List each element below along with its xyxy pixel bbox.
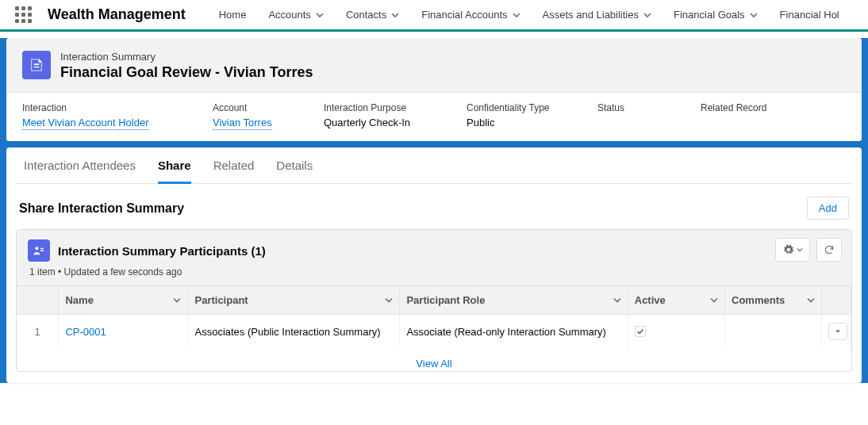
- tabs-card: Interaction Attendees Share Related Deta…: [6, 147, 862, 383]
- nav-item-financial-hol[interactable]: Financial Hol: [769, 0, 851, 31]
- global-nav: Wealth Management Home Accounts Contacts…: [0, 0, 868, 32]
- check-icon: [636, 327, 644, 335]
- refresh-icon: [824, 244, 835, 255]
- column-header-role[interactable]: Participant Role: [400, 286, 628, 315]
- column-header-number: [17, 286, 59, 315]
- active-checkbox[interactable]: [635, 326, 646, 337]
- participants-subtitle: 1 item • Updated a few seconds ago: [29, 266, 840, 278]
- share-section-title: Share Interaction Summary: [19, 201, 184, 216]
- nav-items: Home Accounts Contacts Financial Account…: [208, 0, 851, 31]
- gear-icon: [783, 244, 794, 255]
- interaction-link[interactable]: Meet Vivian Account Holder: [22, 117, 148, 130]
- field-label-related-record: Related Record: [701, 102, 796, 113]
- participants-table: Name Participant Participant Role A: [17, 286, 851, 348]
- field-label-account: Account: [213, 102, 308, 113]
- field-value-confidentiality: Public: [467, 117, 582, 128]
- nav-item-financial-goals[interactable]: Financial Goals: [663, 0, 769, 31]
- participants-title[interactable]: Interaction Summary Participants (1): [58, 244, 266, 258]
- chevron-down-icon: [643, 11, 651, 19]
- svg-point-0: [35, 247, 38, 250]
- chevron-down-icon: [750, 11, 758, 19]
- app-name: Wealth Management: [48, 6, 186, 23]
- list-settings-button[interactable]: [775, 238, 810, 262]
- tab-related[interactable]: Related: [213, 159, 255, 183]
- highlights-panel: Interaction Meet Vivian Account Holder A…: [6, 92, 862, 141]
- field-label-interaction: Interaction: [22, 102, 197, 113]
- interaction-summary-entity-icon: [22, 51, 51, 79]
- field-value-purpose: Quarterly Check-In: [324, 117, 451, 128]
- app-launcher-button[interactable]: [6, 6, 40, 23]
- chevron-down-icon: [613, 296, 621, 304]
- view-all-link[interactable]: View All: [416, 358, 451, 369]
- chevron-down-icon: [385, 296, 393, 304]
- column-header-comments[interactable]: Comments: [725, 286, 822, 315]
- tabset: Interaction Attendees Share Related Deta…: [16, 147, 852, 184]
- table-row: 1 CP-0001 Associates (Public Interaction…: [17, 315, 851, 349]
- record-header-card: Interaction Summary Financial Goal Revie…: [6, 38, 862, 141]
- nav-item-assets-liabilities[interactable]: Assets and Liabilities: [532, 0, 663, 31]
- account-link[interactable]: Vivian Torres: [213, 117, 272, 130]
- add-button[interactable]: Add: [807, 197, 849, 220]
- participants-card: Interaction Summary Participants (1) 1 i…: [16, 229, 852, 372]
- nav-item-home[interactable]: Home: [208, 0, 258, 31]
- cell-participant: Associates (Public Interaction Summary): [188, 315, 400, 349]
- field-label-purpose: Interaction Purpose: [324, 102, 451, 113]
- column-header-active[interactable]: Active: [628, 286, 724, 315]
- column-header-actions: [822, 286, 851, 315]
- chevron-down-icon: [797, 247, 803, 253]
- nav-item-accounts[interactable]: Accounts: [257, 0, 334, 31]
- chevron-down-icon: [391, 11, 399, 19]
- cell-role: Associate (Read-only Interaction Summary…: [400, 315, 628, 349]
- participant-name-link[interactable]: CP-0001: [65, 326, 106, 338]
- row-number: 1: [17, 315, 59, 349]
- participants-entity-icon: [28, 239, 50, 262]
- refresh-button[interactable]: [816, 238, 842, 262]
- chevron-down-icon: [807, 296, 815, 304]
- cell-comments: [725, 315, 822, 349]
- nav-item-financial-accounts[interactable]: Financial Accounts: [410, 0, 531, 31]
- row-actions-button[interactable]: [828, 323, 847, 340]
- caret-down-icon: [835, 328, 841, 335]
- page-background: Interaction Summary Financial Goal Revie…: [0, 38, 868, 383]
- chevron-down-icon: [316, 11, 324, 19]
- cell-active: [628, 315, 724, 349]
- record-title: Financial Goal Review - Vivian Torres: [60, 64, 313, 81]
- field-label-confidentiality: Confidentiality Type: [467, 102, 582, 113]
- tab-interaction-attendees[interactable]: Interaction Attendees: [24, 159, 136, 183]
- column-header-participant[interactable]: Participant: [188, 286, 400, 315]
- chevron-down-icon: [710, 296, 718, 304]
- column-header-name[interactable]: Name: [59, 286, 188, 315]
- chevron-down-icon: [173, 296, 181, 304]
- object-label: Interaction Summary: [60, 51, 313, 63]
- tab-details[interactable]: Details: [276, 159, 313, 183]
- field-label-status: Status: [597, 102, 685, 113]
- tab-share[interactable]: Share: [158, 159, 191, 184]
- chevron-down-icon: [513, 11, 520, 19]
- nav-item-contacts[interactable]: Contacts: [335, 0, 410, 31]
